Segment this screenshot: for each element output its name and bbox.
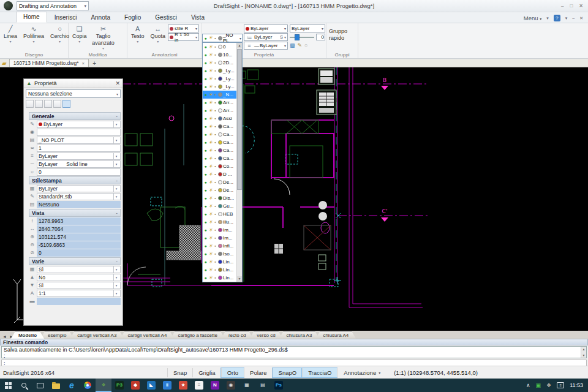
layer-freeze-icon[interactable]: ☀ [208,276,213,281]
layer-on-icon[interactable]: ● [203,85,208,89]
chevron-down-icon[interactable]: ▾ [113,282,119,288]
layer-lock-icon[interactable]: ▪ [213,108,217,113]
chevron-down-icon[interactable]: ▾ [113,290,119,296]
layer-freeze-icon[interactable]: ☀ [208,140,213,145]
sheet-tab[interactable]: chiusura A3 [279,331,320,339]
property-value[interactable]: StandardR.stb ▾ [37,193,121,200]
section-header[interactable]: Varie- [29,257,121,265]
file-explorer-button[interactable] [48,379,64,392]
layer-lock-icon[interactable]: ▪ [213,228,217,232]
layer-lock-icon[interactable]: ▪ [213,236,217,240]
ribbon-tool[interactable]: ○ Cerchio▾ [49,24,70,45]
layer-on-icon[interactable]: ● [203,140,208,145]
layer-on-icon[interactable]: ● [203,228,208,232]
layer-on-icon[interactable]: ● [203,276,208,280]
annotation-scale-select[interactable]: Annotazione ▾ [337,368,386,377]
taskbar-app-button[interactable]: ‖ [159,379,175,392]
section-header[interactable]: StileStampa- [29,176,121,184]
taskbar-app-button[interactable]: ◣ [143,379,159,392]
layer-on-icon[interactable]: ● [203,204,208,208]
status-toggle[interactable]: Snap [167,368,192,377]
layer-lock-icon[interactable]: ▪ [213,172,217,176]
menu-tab[interactable]: Home [16,12,47,23]
chevron-down-icon[interactable]: ▾ [565,16,568,21]
chevron-down-icon[interactable]: ▾ [113,274,119,281]
status-toggle[interactable]: SnapO [273,368,303,377]
transparency-slider[interactable]: 0 [290,34,325,40]
layer-on-icon[interactable]: ● [203,156,208,160]
ribbon-tool[interactable]: A Testo▾ [130,24,146,45]
close-tab-icon[interactable]: × [81,61,85,66]
tray-app-icon[interactable]: ❖ [546,382,551,388]
layer-freeze-icon[interactable]: ☀ [208,108,213,113]
layer-freeze-icon[interactable]: ☀ [208,61,213,66]
taskbar-app-button[interactable]: ▤ [255,379,271,392]
chevron-down-icon[interactable]: ▾ [113,194,119,200]
layer-freeze-icon[interactable]: ☀ [208,196,213,201]
chevron-down-icon[interactable]: ▾ [113,121,119,127]
layer-lock-icon[interactable]: ▪ [213,276,217,280]
layer-lock-icon[interactable]: ▪ [213,164,217,168]
layer-on-icon[interactable]: ● [203,188,208,192]
layer-lock-icon[interactable]: ▪ [213,85,217,89]
chevron-down-icon[interactable]: ▾ [546,16,549,21]
layer-lock-icon[interactable]: ▪ [213,45,217,49]
layer-freeze-icon[interactable]: ☀ [208,164,213,169]
status-toggle[interactable]: TracciaO [302,368,337,377]
tray-app-icon[interactable]: ▣ [536,382,541,388]
layer-on-icon[interactable]: ● [203,77,208,81]
property-value[interactable]: 0 ▾ [37,168,121,176]
taskbar-app-button[interactable]: P3 [111,379,127,392]
layer-freeze-icon[interactable]: ☀ [208,53,213,58]
property-value[interactable]: No ▾ [37,274,121,281]
layer-tool-icon[interactable] [225,24,233,29]
layer-on-icon[interactable]: ● [203,172,208,176]
layer-freeze-icon[interactable]: ☀ [208,77,213,81]
layer-on-icon[interactable]: ● [203,196,208,200]
help-icon[interactable]: ? [554,15,560,21]
slider-thumb[interactable] [295,34,300,40]
menu-tab[interactable]: Vista [184,13,211,23]
bulb-icon[interactable]: ○ [304,42,307,49]
layer-freeze-icon[interactable]: ☀ [208,85,213,89]
layer-freeze-icon[interactable]: ☀ [208,92,213,97]
layer-freeze-icon[interactable]: ☀ [208,268,213,273]
layer-on-icon[interactable]: ● [203,69,208,73]
layer-on-icon[interactable]: ● [203,244,208,248]
palette-titlebar[interactable]: ▲ Proprietà ✕ [24,79,123,88]
status-toggle[interactable]: Orto [221,368,244,377]
layer-on-icon[interactable]: ● [203,236,208,240]
taskbar-app-button[interactable]: ▦ [239,379,255,392]
minimize-doc-icon[interactable]: – [572,16,575,20]
collapse-icon[interactable]: - [116,258,118,264]
start-button[interactable] [0,379,16,392]
layer-lock-icon[interactable]: ▪ [213,260,217,264]
layer-on-icon[interactable]: ● [203,132,208,137]
layer-lock-icon[interactable]: ▪ [213,188,217,192]
layer-lock-icon[interactable]: ▪ [213,204,217,208]
chevron-down-icon[interactable]: ▾ [113,186,119,192]
layer-tool-icon[interactable] [211,24,218,29]
close-icon[interactable]: ✕ [115,80,120,86]
chrome-button[interactable] [80,379,96,392]
chevron-down-icon[interactable]: ▾ [113,137,119,143]
layer-lock-icon[interactable]: ▪ [213,53,217,57]
layer-on-icon[interactable]: ● [203,148,208,153]
sheet-tab[interactable]: verso cd [249,331,282,339]
layer-freeze-icon[interactable]: ☀ [208,148,213,153]
slider-track[interactable] [290,37,314,38]
layer-freeze-icon[interactable]: ☀ [208,252,213,257]
palette-icon[interactable]: ▩ [290,42,295,49]
task-view-button[interactable] [32,379,48,392]
layer-freeze-icon[interactable]: ☀ [208,132,213,137]
layer-lock-icon[interactable]: ▪ [213,100,217,105]
chevron-down-icon[interactable]: ▾ [113,153,119,159]
palette-tool-icon[interactable] [35,100,43,108]
layer-freeze-icon[interactable]: ☀ [208,228,213,233]
property-value[interactable]: ▾ [37,298,121,305]
layer-tool-icon[interactable] [203,24,211,29]
line-style-select[interactable]: ≔ ByLayer S ▾ [244,33,288,41]
property-value[interactable]: Nessuno ▾ [37,201,121,208]
restore-icon[interactable]: □ [570,3,573,9]
menu-tab[interactable]: Inserisci [48,13,84,23]
